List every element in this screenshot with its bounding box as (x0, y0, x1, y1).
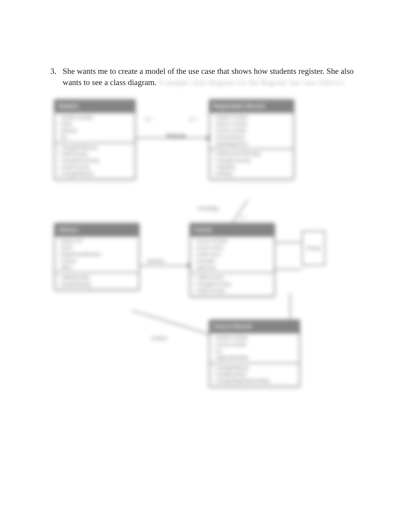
class-course-record-title: Course Record (210, 321, 299, 333)
class-diagram: 1..* 0..* Student - student number - nam… (54, 95, 329, 405)
assoc-teaches-label: teaches (147, 258, 165, 264)
question-blurred-suffix: A sample class diagram for the Register … (158, 78, 345, 87)
mult-left: 0..* (145, 116, 153, 122)
class-student-title: Student (55, 100, 135, 113)
class-course-title: Course (190, 224, 274, 236)
prereq-box: Prereq (302, 231, 325, 266)
class-student-attrs: - student number - name - address - etc. (55, 112, 135, 142)
class-course: Course - course number - course name - c… (190, 223, 275, 297)
class-registration-record-attrs: - student number - advisor number - cour… (210, 112, 293, 148)
class-course-attrs: - course number - course name - credit h… (190, 236, 274, 272)
assoc-creates-label: creates (151, 335, 168, 341)
class-advisor-attrs: - advisor ID - name - department/divisio… (55, 236, 139, 272)
class-advisor-title: Advisor (55, 224, 139, 236)
assoc-register-label: Register (166, 133, 187, 138)
question-number: 3. (50, 66, 57, 89)
class-course-record: Course Record - student number - course … (209, 320, 300, 387)
class-advisor: Advisor - advisor ID - name - department… (54, 223, 139, 290)
class-registration-record-title: Registration Record (210, 100, 293, 113)
class-registration-record: Registration Record - student number - a… (209, 99, 294, 179)
class-advisor-ops: + addAdvisee() + dropAdvisee() (55, 272, 139, 289)
question-block: 3. She wants me to create a model of the… (50, 66, 361, 89)
class-course-ops: + addCourse() + changeCourse() + dropCou… (190, 272, 274, 295)
class-student: Student - student number - name - addres… (54, 99, 135, 179)
class-registration-record-ops: + addCourseToSched() + changeCourse() + … (210, 148, 293, 178)
question-text: She wants me to create a model of the us… (63, 66, 361, 89)
assoc-schedule-label: schedule (197, 205, 217, 211)
mult-right: 0..* (190, 116, 197, 122)
class-student-ops: + changeAddress() + addCourse() + comple… (55, 142, 135, 179)
class-course-record-attrs: - student number - course number - etc. … (210, 332, 299, 362)
svg-line-5 (132, 310, 213, 335)
class-course-record-ops: + changeStatus() + assignGrade() + chang… (210, 363, 299, 386)
svg-text:0..*: 0..* (240, 215, 247, 220)
